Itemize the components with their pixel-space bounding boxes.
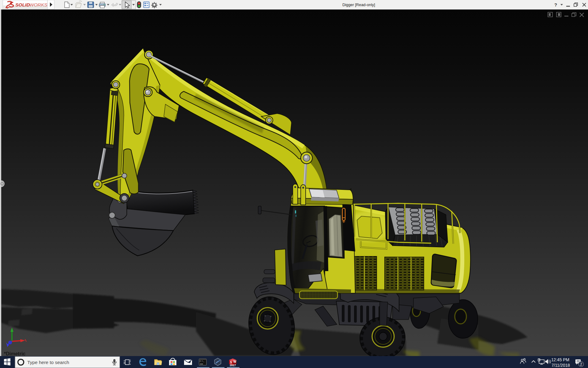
svg-text:*Dimetric: *Dimetric bbox=[4, 351, 25, 356]
svg-text:Type here to search: Type here to search bbox=[27, 360, 69, 365]
svg-text:?: ? bbox=[554, 2, 557, 7]
svg-text:C:\_: C:\_ bbox=[200, 360, 205, 362]
svg-text:2: 2 bbox=[580, 362, 582, 366]
svg-text:Digger [Read-only]: Digger [Read-only] bbox=[342, 2, 375, 7]
svg-text:12:45 PM: 12:45 PM bbox=[551, 358, 569, 362]
svg-text:W: W bbox=[233, 360, 236, 363]
svg-text:SOLID: SOLID bbox=[15, 2, 30, 7]
svg-text:2017: 2017 bbox=[230, 364, 236, 367]
svg-text:7/11/2018: 7/11/2018 bbox=[552, 363, 570, 368]
svg-text:WORKS: WORKS bbox=[29, 2, 47, 7]
